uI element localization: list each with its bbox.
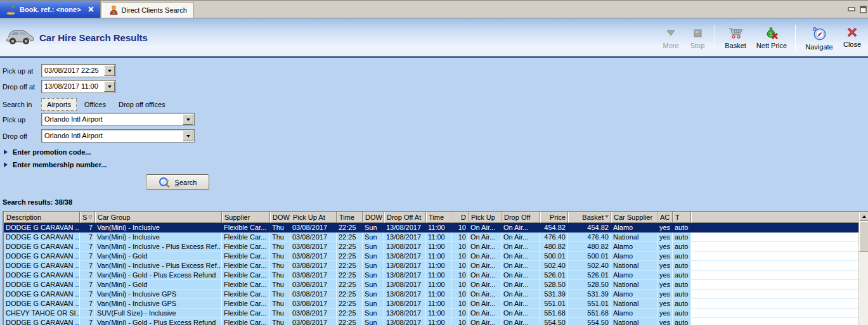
table-row[interactable]: DODGE G CARAVAN ...7Van(Mini) - Inclusiv… xyxy=(4,233,868,242)
column-header-ac[interactable]: AC xyxy=(657,212,673,223)
table-cell: yes xyxy=(657,290,673,299)
column-header-pick-up-at[interactable]: Pick Up At xyxy=(290,212,337,223)
tab-booking-ref[interactable]: Book. ref.: <none> xyxy=(0,1,101,18)
table-row[interactable]: DODGE G CARAVAN ...7Van(Mini) - Inclusiv… xyxy=(4,223,868,233)
scroll-up-button[interactable] xyxy=(859,212,868,221)
row-filler xyxy=(691,299,868,309)
table-cell: 22:25 xyxy=(337,223,363,233)
table-cell: auto xyxy=(673,271,691,280)
table-row[interactable]: DODGE G CARAVAN ...7Van(Mini) - Gold - P… xyxy=(4,318,868,325)
nett-price-button[interactable]: Nett Price xyxy=(752,22,791,55)
table-row[interactable]: DODGE G CARAVAN ...7Van(Mini) - Inclusiv… xyxy=(4,290,868,299)
column-header-car-group[interactable]: Car Group xyxy=(95,212,222,223)
table-cell: Alamo xyxy=(611,290,657,299)
tab-direct-clients-search[interactable]: Direct Clients Search xyxy=(102,2,194,18)
results-summary: Search results: 38/38 xyxy=(3,198,72,206)
table-cell: 528.50 xyxy=(540,280,568,290)
vertical-scrollbar[interactable] xyxy=(858,212,868,325)
table-row[interactable]: DODGE G CARAVAN ...7Van(Mini) - GoldFlex… xyxy=(4,252,868,261)
table-cell: 22:25 xyxy=(337,261,363,271)
table-cell: yes xyxy=(657,309,673,318)
column-header-supplier[interactable]: Supplier xyxy=(222,212,270,223)
search-in-offices[interactable]: Offices xyxy=(79,99,111,110)
table-cell: Sun xyxy=(363,271,384,280)
table-row[interactable]: DODGE G CARAVAN ...7Van(Mini) - Gold - P… xyxy=(4,271,868,280)
drop-off-location-select[interactable]: Orlando Intl Airport xyxy=(41,129,195,143)
column-header-time[interactable]: Time xyxy=(337,212,363,223)
table-cell: 526.01 xyxy=(568,271,611,280)
row-filler xyxy=(691,242,868,252)
close-button[interactable]: Close xyxy=(839,22,865,55)
search-in-airports[interactable]: Airports xyxy=(41,98,77,111)
table-cell: Van(Mini) - Inclusive xyxy=(95,223,222,233)
column-header-pick-up[interactable]: Pick Up xyxy=(469,212,502,223)
minimize-window-icon[interactable] xyxy=(848,6,855,13)
column-header-t[interactable]: T xyxy=(673,212,691,223)
column-header-dow[interactable]: DOW xyxy=(363,212,384,223)
search-button[interactable]: Search xyxy=(146,174,209,190)
dropdown-arrow-icon[interactable] xyxy=(183,131,193,141)
table-cell: Flexible Car... xyxy=(222,318,270,325)
search-in-drop-off-offices[interactable]: Drop off offices xyxy=(113,99,171,110)
table-row[interactable]: DODGE G CARAVAN ...7Van(Mini) - Inclusiv… xyxy=(4,242,868,252)
basket-button[interactable]: Basket xyxy=(719,22,752,55)
column-header-basket[interactable]: Basket xyxy=(568,212,611,223)
navigate-button[interactable]: Navigate xyxy=(800,22,839,55)
table-row[interactable]: DODGE G CARAVAN ...7Van(Mini) - Inclusiv… xyxy=(4,261,868,271)
scrollbar-thumb[interactable] xyxy=(859,221,868,252)
table-cell: Sun xyxy=(363,242,384,252)
table-cell: On Air... xyxy=(469,242,502,252)
dropdown-arrow-icon[interactable] xyxy=(104,81,115,92)
table-cell: yes xyxy=(657,252,673,261)
table-row[interactable]: DODGE G CARAVAN ...7Van(Mini) - GoldFlex… xyxy=(4,280,868,290)
table-cell: SUV(Full Size) - Inclusive xyxy=(95,309,222,318)
table-row[interactable]: CHEVY TAHOE OR SI...7SUV(Full Size) - In… xyxy=(4,309,868,318)
column-header-price[interactable]: Price xyxy=(540,212,568,223)
toolbar-separator xyxy=(795,25,796,53)
pick-up-at-value: 03/08/2017 22:25 xyxy=(42,65,103,77)
close-tab-icon[interactable] xyxy=(88,6,94,12)
drop-off-at-label: Drop off at xyxy=(3,83,41,91)
table-cell: 480.82 xyxy=(540,242,568,252)
pick-up-at-input[interactable]: 03/08/2017 22:25 xyxy=(41,64,116,77)
table-cell: National xyxy=(611,261,657,271)
drop-off-at-input[interactable]: 13/08/2017 11:00 xyxy=(41,80,116,93)
expand-arrow-icon xyxy=(4,150,8,155)
table-cell: On Air... xyxy=(469,290,502,299)
table-cell: 554.50 xyxy=(540,318,568,325)
promotion-code-toggle[interactable]: Enter promotion code... xyxy=(4,148,91,156)
membership-number-toggle[interactable]: Enter membership number... xyxy=(4,160,107,169)
pick-up-location-select[interactable]: Orlando Intl Airport xyxy=(41,113,195,126)
column-header-description[interactable]: Description xyxy=(4,212,80,223)
column-header-drop-off-at[interactable]: Drop Off At xyxy=(384,212,426,223)
table-row[interactable]: DODGE G CARAVAN ...7Van(Mini) - Inclusiv… xyxy=(4,299,868,309)
table-cell: 10 xyxy=(451,271,469,280)
column-header-s[interactable]: S xyxy=(80,212,95,223)
dropdown-arrow-icon[interactable] xyxy=(104,65,115,76)
table-cell: On Air... xyxy=(469,252,502,261)
table-cell: 13/08/2017 xyxy=(384,318,426,325)
table-cell: Thu xyxy=(270,242,290,252)
column-header-d[interactable]: D xyxy=(451,212,469,223)
table-cell: Van(Mini) - Inclusive - Plus Excess Ref.… xyxy=(95,261,222,271)
stop-button[interactable]: Stop xyxy=(684,22,711,55)
table-cell: DODGE G CARAVAN ... xyxy=(4,252,80,261)
column-header-dow[interactable]: DOW xyxy=(270,212,290,223)
dropdown-arrow-icon[interactable] xyxy=(183,114,193,125)
column-header-car-supplier[interactable]: Car Supplier xyxy=(611,212,657,223)
more-button[interactable]: More xyxy=(657,22,684,55)
table-cell: 22:25 xyxy=(337,290,363,299)
table-cell: 03/08/2017 xyxy=(290,318,337,325)
restore-window-icon[interactable] xyxy=(859,6,867,13)
table-cell: On Air... xyxy=(469,233,502,242)
table-cell: On Air... xyxy=(502,233,540,242)
row-filler xyxy=(691,309,868,318)
table-cell: 11:00 xyxy=(426,242,451,252)
column-header-drop-off[interactable]: Drop Off xyxy=(502,212,540,223)
column-header-time[interactable]: Time xyxy=(426,212,451,223)
palm-tree-icon xyxy=(6,4,16,15)
table-cell: On Air... xyxy=(502,271,540,280)
table-cell: 11:00 xyxy=(426,309,451,318)
table-cell: yes xyxy=(657,280,673,290)
table-cell: 7 xyxy=(80,290,95,299)
